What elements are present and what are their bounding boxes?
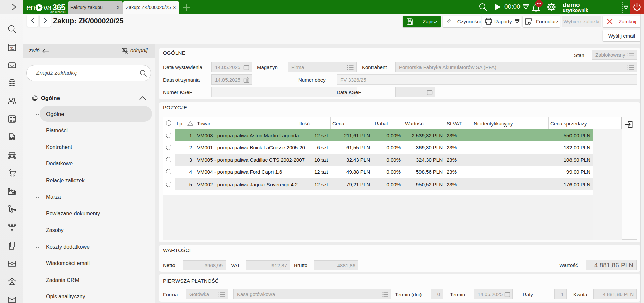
svg-text:31: 31: [10, 47, 14, 50]
